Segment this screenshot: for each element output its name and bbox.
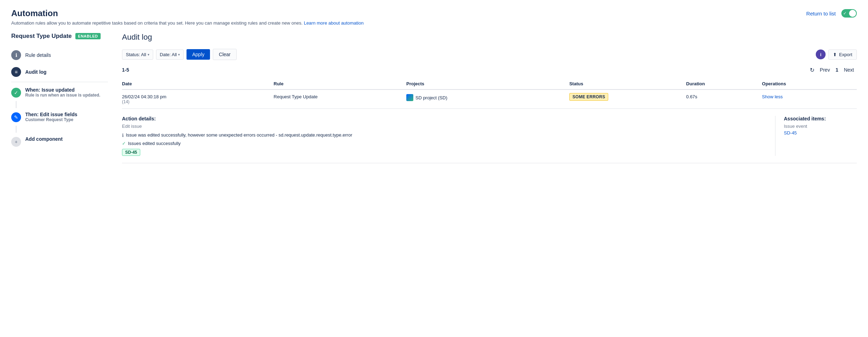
expanded-content: Action details: Edit issue ℹ Issue was e…: [122, 116, 853, 156]
sidebar: Request Type Update ENABLED ℹ Rule detai…: [11, 33, 116, 163]
table-row: 26/02/24 04:30:18 pm (14) Request Type U…: [122, 90, 857, 109]
then-title: Then: Edit issue fields: [25, 112, 77, 117]
duration-cell: 0.67s: [686, 90, 762, 109]
associated-title: Associated items:: [784, 116, 853, 121]
when-icon: ✓: [11, 88, 21, 98]
rule-cell: Request Type Update: [274, 90, 406, 109]
sidebar-item-rule-details[interactable]: ℹ Rule details: [11, 47, 108, 64]
prev-button[interactable]: Prev: [817, 66, 833, 74]
workflow-item-add[interactable]: + Add component: [11, 133, 108, 150]
success-link-badge[interactable]: SD-45: [122, 149, 140, 156]
results-count: 1-5: [122, 67, 129, 73]
col-date: Date: [122, 78, 274, 90]
check-mark-icon: ✓: [122, 141, 126, 146]
date-cell: 26/02/24 04:30:18 pm (14): [122, 90, 274, 109]
date-main: 26/02/24 04:30:18 pm: [122, 94, 270, 99]
connector-1: [16, 101, 16, 108]
rule-name-row: Request Type Update ENABLED: [11, 33, 108, 40]
rule-details-icon: ℹ: [11, 50, 21, 60]
learn-more-link[interactable]: Learn more about automation: [304, 20, 364, 26]
apply-button[interactable]: Apply: [187, 49, 210, 60]
pagination: ↻ Prev 1 Next: [810, 66, 857, 74]
when-sub: Rule is run when an issue is updated.: [25, 93, 100, 98]
duration-value: 0.67s: [686, 94, 697, 99]
audit-info-icon[interactable]: i: [816, 49, 826, 59]
show-less-button[interactable]: Show less: [762, 94, 783, 99]
col-operations: Operations: [762, 78, 857, 90]
info-circle-icon: ℹ: [122, 133, 124, 138]
workflow-item-when[interactable]: ✓ When: Issue updated Rule is run when a…: [11, 84, 108, 101]
toggle-check-icon: ✓: [843, 11, 847, 16]
date-filter[interactable]: Date: All ▾: [156, 49, 184, 60]
info-message-text: Issue was edited successfully, however s…: [126, 132, 352, 138]
project-name: SD project (SD): [415, 95, 447, 100]
operations-cell[interactable]: Show less: [762, 90, 857, 109]
page-title: Automation: [11, 8, 58, 18]
action-details-sub: Edit issue: [122, 124, 767, 129]
rule-name: Request Type Update: [11, 33, 72, 40]
sidebar-item-audit-log[interactable]: ≡ Audit log: [11, 64, 108, 80]
return-to-list-link[interactable]: Return to list: [806, 11, 836, 16]
rule-name-cell: Request Type Update: [274, 94, 318, 99]
project-cell: SD project (SD): [406, 90, 569, 109]
expanded-cell: Action details: Edit issue ℹ Issue was e…: [122, 109, 857, 163]
audit-log-label: Audit log: [25, 69, 47, 75]
then-icon: ✎: [11, 112, 21, 122]
status-filter-label: Status: All: [126, 52, 146, 57]
status-badge: SOME ERRORS: [569, 93, 608, 101]
add-title: Add component: [25, 136, 63, 142]
col-status: Status: [569, 78, 686, 90]
pagination-current: 1: [835, 67, 838, 73]
associated-items: Associated items: Issue event SD-45: [775, 116, 853, 156]
then-sub: Customer Request Type: [25, 117, 77, 122]
when-title: When: Issue updated: [25, 87, 100, 93]
sidebar-nav: ℹ Rule details ≡ Audit log: [11, 47, 108, 80]
clear-button[interactable]: Clear: [213, 49, 236, 60]
success-item: ✓ Issues edited successfully: [122, 141, 767, 146]
export-upload-icon: ⬆: [833, 52, 837, 57]
audit-area: Audit log Status: All ▾ Date: All ▾ Appl…: [116, 33, 857, 163]
status-chevron-icon: ▾: [148, 53, 149, 57]
action-details: Action details: Edit issue ℹ Issue was e…: [122, 116, 775, 156]
rule-details-label: Rule details: [25, 52, 51, 58]
next-button[interactable]: Next: [841, 66, 857, 74]
date-filter-label: Date: All: [160, 52, 177, 57]
info-message: ℹ Issue was edited successfully, however…: [122, 132, 767, 138]
connector-2: [16, 126, 16, 133]
filter-row: Status: All ▾ Date: All ▾ Apply Clear i …: [122, 49, 857, 60]
refresh-icon[interactable]: ↻: [810, 67, 814, 73]
date-sub: (14): [122, 99, 270, 104]
col-duration: Duration: [686, 78, 762, 90]
date-chevron-icon: ▾: [178, 53, 180, 57]
export-label: Export: [839, 52, 852, 57]
page-subtitle: Automation rules allow you to automate r…: [11, 20, 857, 26]
associated-link[interactable]: SD-45: [784, 130, 797, 136]
success-text: Issues edited successfully: [128, 141, 181, 146]
add-icon: +: [11, 137, 21, 147]
status-cell: SOME ERRORS: [569, 90, 686, 109]
sidebar-divider: [11, 82, 108, 82]
automation-toggle[interactable]: ✓: [841, 9, 857, 18]
enabled-badge: ENABLED: [75, 33, 101, 39]
results-row: 1-5 ↻ Prev 1 Next: [122, 66, 857, 74]
audit-log-title: Audit log: [122, 33, 857, 42]
col-projects: Projects: [406, 78, 569, 90]
workflow-item-then[interactable]: ✎ Then: Edit issue fields Customer Reque…: [11, 108, 108, 126]
project-icon: [406, 94, 413, 101]
status-filter[interactable]: Status: All ▾: [122, 49, 153, 60]
export-button[interactable]: ⬆ Export: [828, 49, 857, 60]
audit-log-icon: ≡: [11, 67, 21, 77]
col-rule: Rule: [274, 78, 406, 90]
audit-table: Date Rule Projects Status Duration Opera…: [122, 78, 857, 163]
toggle-knob: [849, 10, 856, 17]
expanded-row: Action details: Edit issue ℹ Issue was e…: [122, 109, 857, 163]
associated-sub: Issue event: [784, 124, 853, 129]
action-details-title: Action details:: [122, 116, 767, 121]
